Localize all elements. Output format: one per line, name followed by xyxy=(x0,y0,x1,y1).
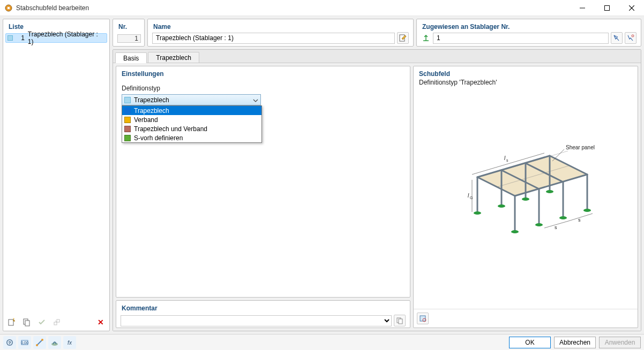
settings-title: Einstellungen xyxy=(116,66,410,79)
svg-rect-8 xyxy=(25,321,29,326)
member-button[interactable] xyxy=(33,336,46,349)
svg-point-41 xyxy=(583,209,591,212)
svg-text:G: G xyxy=(470,196,473,200)
new-item-button[interactable] xyxy=(5,316,18,329)
settings-panel: Einstellungen Definitionstyp Trapezblech xyxy=(116,66,410,298)
combo-selected-text: Trapezblech xyxy=(134,96,253,104)
svg-text:s: s xyxy=(506,158,508,162)
option-swatch xyxy=(124,135,131,141)
minimize-button[interactable] xyxy=(570,0,595,16)
ok-button[interactable]: OK xyxy=(509,337,551,348)
view-button[interactable] xyxy=(48,336,61,349)
preview-settings-button[interactable] xyxy=(417,313,429,324)
svg-rect-3 xyxy=(605,6,610,11)
comment-input[interactable] xyxy=(121,315,392,326)
assigned-input[interactable] xyxy=(433,33,609,44)
dropdown-option[interactable]: Verband xyxy=(122,115,261,124)
option-label: Trapezblech und Verband xyxy=(134,125,207,133)
name-label: Name xyxy=(148,19,413,32)
edit-name-button[interactable] xyxy=(397,32,409,44)
svg-point-37 xyxy=(546,190,553,193)
svg-point-35 xyxy=(498,204,505,208)
svg-point-63 xyxy=(51,343,58,346)
svg-text:fx: fx xyxy=(68,340,72,346)
option-label: Trapezblech xyxy=(134,107,169,115)
delete-item-button[interactable]: ✕ xyxy=(94,316,107,329)
preview-subtitle: Definitionstyp 'Trapezblech' xyxy=(419,79,632,86)
svg-line-60 xyxy=(37,340,42,345)
tab-strip: Basis Trapezblech xyxy=(113,50,641,63)
svg-point-61 xyxy=(36,344,38,346)
combo-swatch xyxy=(124,97,131,103)
dropdown-option[interactable]: S-vorh definieren xyxy=(122,133,261,142)
tab-trapezblech[interactable]: Trapezblech xyxy=(148,52,199,63)
svg-text:s: s xyxy=(578,217,581,223)
svg-point-62 xyxy=(41,339,43,341)
definitionstyp-label: Definitionstyp xyxy=(122,85,405,92)
option-swatch xyxy=(124,126,131,132)
bottom-bar: ? 0,00 fx OK Abbrechen Anwenden xyxy=(0,334,644,350)
svg-text:l: l xyxy=(468,193,469,199)
svg-text:l: l xyxy=(504,155,506,161)
comment-copy-button[interactable] xyxy=(394,315,406,326)
list-item-swatch xyxy=(8,35,13,41)
dropdown-option[interactable]: Trapezblech und Verband xyxy=(122,124,261,133)
svg-point-40 xyxy=(559,216,567,219)
svg-text:0,00: 0,00 xyxy=(21,341,28,345)
svg-rect-9 xyxy=(54,322,57,325)
option-label: Verband xyxy=(134,116,158,124)
assigned-panel: Zugewiesen an Stablager Nr. xyxy=(416,19,641,47)
tab-basis[interactable]: Basis xyxy=(115,52,147,63)
definitionstyp-dropdown[interactable]: Trapezblech Verband Trapezblech und Verb… xyxy=(122,105,262,143)
svg-rect-6 xyxy=(9,319,13,325)
svg-point-38 xyxy=(511,230,519,233)
titlebar: Stabschubfeld bearbeiten xyxy=(0,0,644,16)
option-label: S-vorh definieren xyxy=(134,134,183,142)
list-panel: Liste 1 Trapezblech (Stablager : 1) ✕ xyxy=(3,19,110,331)
window-title: Stabschubfeld bearbeiten xyxy=(16,4,570,12)
svg-rect-1 xyxy=(8,7,10,9)
svg-point-39 xyxy=(535,223,543,226)
svg-line-45 xyxy=(568,214,593,221)
cancel-button[interactable]: Abbrechen xyxy=(554,337,596,348)
maximize-button[interactable] xyxy=(595,0,619,16)
list-item-number: 1 xyxy=(16,34,25,42)
assigned-prefix-icon xyxy=(421,34,431,42)
nr-label: Nr. xyxy=(113,19,144,32)
app-icon xyxy=(4,4,13,12)
preview-image: l s l G s s Shear panel xyxy=(414,86,638,309)
delete-icon: ✕ xyxy=(98,318,104,326)
shear-panel-label: Shear panel xyxy=(566,145,595,150)
preview-title: Schubfeld xyxy=(419,70,632,78)
tabs-panel: Basis Trapezblech Einstellungen Definiti… xyxy=(113,49,641,331)
svg-point-34 xyxy=(474,211,481,215)
clone-item-button xyxy=(50,316,63,329)
close-button[interactable] xyxy=(619,0,644,16)
copy-item-button[interactable] xyxy=(20,316,33,329)
apply-button[interactable]: Anwenden xyxy=(599,337,641,348)
option-swatch xyxy=(124,117,131,123)
svg-point-12 xyxy=(632,35,634,37)
comment-panel: Kommentar xyxy=(116,300,410,328)
definitionstyp-combo[interactable]: Trapezblech Trapezblech xyxy=(122,94,261,105)
help-button[interactable]: ? xyxy=(3,336,16,349)
units-button[interactable]: 0,00 xyxy=(18,336,31,349)
list-item-label: Trapezblech (Stablager : 1) xyxy=(28,31,105,45)
name-panel: Name xyxy=(147,19,414,47)
chevron-down-icon xyxy=(253,97,258,103)
svg-text:s: s xyxy=(555,225,557,230)
name-input[interactable] xyxy=(152,33,395,44)
pick-single-button[interactable] xyxy=(611,32,623,44)
nr-panel: Nr. xyxy=(113,19,145,47)
pick-multi-button[interactable] xyxy=(625,32,636,44)
preview-panel: Schubfeld Definitionstyp 'Trapezblech' xyxy=(413,66,638,328)
list-item[interactable]: 1 Trapezblech (Stablager : 1) xyxy=(5,33,107,43)
check-item-button xyxy=(35,316,48,329)
svg-rect-10 xyxy=(57,319,59,322)
dropdown-option[interactable]: Trapezblech xyxy=(122,106,261,115)
option-swatch xyxy=(124,108,131,114)
nr-input[interactable] xyxy=(117,34,141,43)
svg-point-36 xyxy=(522,197,529,201)
fx-button[interactable]: fx xyxy=(63,336,76,349)
svg-rect-14 xyxy=(399,319,402,324)
